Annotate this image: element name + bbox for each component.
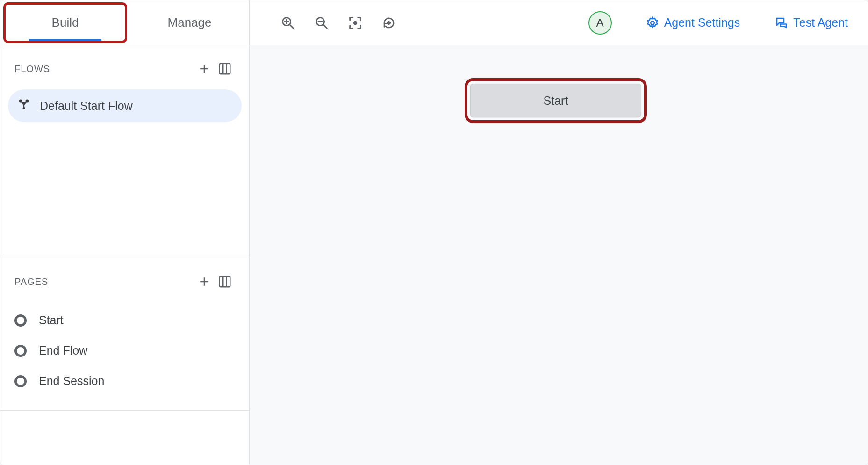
flows-layout-button[interactable]: [215, 58, 235, 79]
flows-section: FLOWS Default Start Flow: [0, 45, 249, 258]
svg-point-5: [353, 21, 357, 24]
page-item-end-session[interactable]: End Session: [0, 366, 249, 396]
svg-rect-0: [220, 64, 230, 74]
flow-item-label: Default Start Flow: [40, 99, 133, 113]
pages-section: PAGES Start End Flow: [0, 258, 249, 411]
svg-rect-2: [220, 276, 230, 287]
test-agent-label: Test Agent: [793, 16, 848, 29]
user-avatar[interactable]: A: [588, 11, 612, 35]
pages-header: PAGES: [0, 258, 249, 300]
svg-point-7: [651, 21, 654, 25]
page-item-label: Start: [39, 313, 64, 327]
page-radio-icon: [14, 375, 27, 387]
flows-list: Default Start Flow: [0, 89, 249, 258]
page-item-start[interactable]: Start: [0, 305, 249, 335]
add-page-button[interactable]: [194, 271, 215, 292]
zoom-in-button[interactable]: [278, 13, 298, 33]
sidebar-tabs: Build Manage: [0, 0, 249, 45]
tab-build-label: Build: [52, 15, 79, 30]
flow-canvas[interactable]: Start: [250, 45, 868, 465]
page-radio-icon: [14, 314, 27, 327]
topbar: A Agent Settings Test Agent: [250, 0, 868, 45]
grid-icon: [218, 62, 232, 76]
flow-item-default-start-flow[interactable]: Default Start Flow: [8, 89, 242, 122]
add-flow-button[interactable]: [194, 58, 215, 79]
grid-icon: [218, 275, 232, 289]
pages-layout-button[interactable]: [215, 271, 235, 292]
flow-icon: [17, 98, 30, 114]
start-page-node[interactable]: Start: [470, 84, 641, 117]
zoom-in-icon: [280, 15, 296, 31]
agent-settings-button[interactable]: Agent Settings: [640, 12, 746, 34]
gear-icon: [646, 16, 660, 30]
chat-icon: [775, 16, 789, 30]
tab-manage[interactable]: Manage: [130, 0, 249, 45]
tab-build[interactable]: Build: [3, 2, 127, 43]
zoom-out-button[interactable]: [311, 13, 332, 33]
plus-icon: [197, 275, 211, 289]
start-node-highlight: Start: [465, 78, 647, 123]
tab-manage-label: Manage: [168, 15, 212, 30]
page-item-end-flow[interactable]: End Flow: [0, 335, 249, 366]
canvas-tools: [278, 13, 399, 33]
main-area: A Agent Settings Test Agent Start: [250, 0, 868, 465]
agent-settings-label: Agent Settings: [664, 16, 740, 29]
rotate-reset-icon: [381, 15, 397, 31]
fit-to-screen-button[interactable]: [345, 13, 366, 33]
reset-rotation-button[interactable]: [379, 13, 399, 33]
pages-list: Start End Flow End Session: [0, 300, 249, 410]
page-radio-icon: [14, 345, 27, 357]
plus-icon: [197, 62, 211, 76]
zoom-out-icon: [314, 15, 330, 31]
pages-heading: PAGES: [14, 276, 194, 287]
page-item-label: End Session: [39, 374, 104, 388]
app-root: Build Manage FLOWS: [0, 0, 868, 465]
fit-screen-icon: [347, 15, 363, 31]
test-agent-button[interactable]: Test Agent: [769, 12, 854, 34]
avatar-letter: A: [596, 16, 604, 29]
start-node-label: Start: [544, 94, 568, 108]
flows-header: FLOWS: [0, 45, 249, 87]
svg-point-1: [23, 107, 25, 109]
flows-heading: FLOWS: [14, 64, 194, 74]
page-item-label: End Flow: [39, 344, 87, 357]
sidebar: Build Manage FLOWS: [0, 0, 250, 465]
